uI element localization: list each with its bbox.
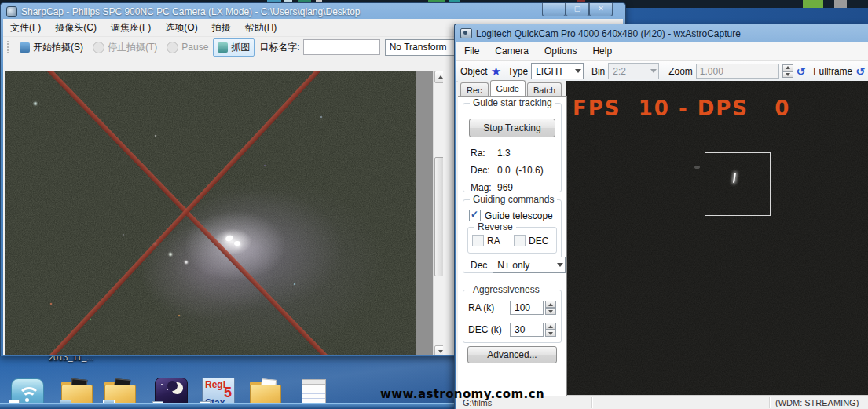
watermark: www.astronomy.com.cn bbox=[380, 387, 544, 401]
camera-preview[interactable] bbox=[5, 71, 416, 355]
commands-groupbox: Guiding commands Guide telescope Reverse… bbox=[463, 199, 562, 273]
sliver bbox=[834, 0, 847, 8]
sliver bbox=[803, 0, 823, 8]
ra-value: 1.3 bbox=[497, 148, 511, 159]
wxastro-toolbar: Object ★ Type LIGHT Bin 2:2 Zoom 1.000 ↺… bbox=[456, 61, 868, 82]
dec-mode-select[interactable]: N+ only bbox=[493, 257, 566, 273]
tab-batch[interactable]: Batch bbox=[527, 82, 562, 96]
menu-help[interactable]: Help bbox=[584, 42, 620, 60]
dec-mode-label: Dec bbox=[471, 260, 487, 271]
reverse-groupbox: Reverse RA DEC bbox=[467, 227, 557, 254]
mag-label: Mag: bbox=[471, 182, 492, 193]
zoom-reset-icon[interactable]: ↺ bbox=[797, 66, 806, 77]
target-name-input[interactable] bbox=[303, 39, 380, 55]
menu-camera[interactable]: Camera bbox=[487, 42, 537, 60]
tab-bar: Rec Guide Batch bbox=[460, 82, 562, 96]
tracking-groupbox: Guide star tracking Stop Tracking Ra: 1.… bbox=[463, 103, 562, 192]
scroll-down-icon[interactable] bbox=[434, 345, 443, 355]
object-star-button[interactable]: ★ bbox=[491, 66, 501, 77]
scroll-thumb[interactable] bbox=[434, 157, 443, 276]
menu-camera[interactable]: 摄像头(C) bbox=[48, 19, 104, 37]
pause-button[interactable]: Pause bbox=[162, 39, 213, 56]
scroll-up-icon[interactable] bbox=[434, 71, 443, 83]
type-label: Type bbox=[507, 66, 528, 77]
reverse-dec-label: DEC bbox=[529, 236, 548, 246]
advanced-button[interactable]: Advanced... bbox=[467, 346, 557, 363]
fullframe-label: Fullframe bbox=[813, 66, 852, 77]
screen: 2013_11_... ↗ ↗ Regi 5 Stax ↗ bbox=[0, 0, 868, 409]
sharpcap-title: SharpCap - Philips SPC 900NC PC Camera (… bbox=[21, 6, 361, 17]
stop-capture-button[interactable]: 停止拍摄(T) bbox=[88, 38, 162, 57]
status-driver: (WDM: STREAMING) bbox=[775, 398, 859, 407]
aggressiveness-groupbox: Aggressiveness RA (k) 100 DEC (k) 30 bbox=[463, 290, 562, 343]
dec-value: 0.0 (-10.6) bbox=[497, 165, 544, 176]
menu-options[interactable]: Options bbox=[537, 42, 584, 60]
snapshot-icon bbox=[218, 42, 228, 53]
menu-focuser[interactable]: 调焦座(F) bbox=[104, 19, 158, 37]
tab-rec[interactable]: Rec bbox=[460, 82, 489, 96]
stop-tracking-button[interactable]: Stop Tracking bbox=[469, 119, 555, 137]
reverse-dec-checkbox[interactable] bbox=[514, 235, 526, 246]
zoom-label: Zoom bbox=[668, 66, 693, 77]
bin-select[interactable]: 2:2 bbox=[608, 63, 659, 79]
sharpcap-titlebar[interactable]: SharpCap - Philips SPC 900NC PC Camera (… bbox=[6, 5, 551, 18]
wxastro-camera-view[interactable]: FPS 10 - DPS 0 bbox=[566, 81, 868, 396]
vertical-scrollbar[interactable] bbox=[433, 71, 443, 355]
guide-star-box[interactable] bbox=[705, 152, 771, 216]
pause-icon bbox=[167, 42, 178, 53]
zoom-input[interactable]: 1.000 bbox=[696, 64, 780, 79]
ra-k-label: RA (k) bbox=[468, 302, 510, 313]
start-capture-button[interactable]: 开始拍摄(S) bbox=[15, 38, 88, 57]
object-label: Object bbox=[460, 66, 488, 77]
menu-options[interactable]: 选项(O) bbox=[158, 19, 204, 37]
target-name-label: 目标名字: bbox=[259, 41, 299, 54]
guide-panel: Guide star tracking Stop Tracking Ra: 1.… bbox=[458, 96, 567, 396]
bin-label: Bin bbox=[591, 66, 605, 77]
ra-label: Ra: bbox=[471, 148, 485, 159]
maximize-button[interactable]: ▢ bbox=[566, 3, 589, 16]
snapshot-button[interactable]: 抓图 bbox=[213, 38, 255, 57]
close-button[interactable]: ✕ bbox=[589, 3, 613, 16]
dec-k-spinner[interactable] bbox=[545, 323, 556, 337]
start-capture-icon bbox=[20, 42, 30, 53]
ra-k-spinner[interactable] bbox=[545, 301, 556, 315]
dec-k-input[interactable]: 30 bbox=[510, 323, 544, 337]
toolbar-grip bbox=[7, 41, 13, 53]
zoom-spinner[interactable] bbox=[782, 64, 793, 78]
menu-capture[interactable]: 拍摄 bbox=[205, 19, 238, 37]
mag-value: 969 bbox=[497, 182, 513, 193]
ra-k-input[interactable]: 100 bbox=[510, 301, 544, 315]
reverse-ra-checkbox[interactable] bbox=[472, 235, 484, 246]
stars bbox=[5, 71, 6, 72]
menu-file[interactable]: 文件(F) bbox=[3, 19, 48, 37]
type-select[interactable]: LIGHT bbox=[531, 63, 584, 79]
tab-guide[interactable]: Guide bbox=[490, 80, 526, 96]
minimize-button[interactable]: – bbox=[542, 3, 566, 16]
dec-label: Dec: bbox=[471, 165, 490, 176]
sharpcap-app-icon bbox=[6, 6, 17, 17]
wxastro-title: Logitech QuickCam Pro 4000 640x480 (I420… bbox=[476, 28, 741, 39]
fps-overlay: FPS 10 - DPS 0 bbox=[573, 97, 790, 120]
menu-file[interactable]: File bbox=[456, 42, 487, 60]
stop-capture-icon bbox=[93, 42, 104, 53]
menu-help[interactable]: 帮助(H) bbox=[238, 19, 284, 37]
wxastro-window: Logitech QuickCam Pro 4000 640x480 (I420… bbox=[454, 24, 868, 409]
faint-star bbox=[694, 166, 700, 169]
reverse-ra-label: RA bbox=[487, 236, 500, 246]
bright-star bbox=[234, 241, 240, 246]
sharpcap-preview-area bbox=[5, 71, 443, 355]
guide-telescope-label: Guide telescope bbox=[485, 210, 553, 221]
wxastro-app-icon bbox=[460, 28, 472, 38]
dec-k-label: DEC (k) bbox=[468, 324, 510, 335]
guide-telescope-checkbox[interactable] bbox=[469, 210, 481, 221]
fullframe-reset-icon[interactable]: ↺ bbox=[855, 66, 865, 77]
nebula-image bbox=[5, 71, 416, 355]
wxastro-titlebar[interactable]: Logitech QuickCam Pro 4000 640x480 (I420… bbox=[460, 27, 863, 39]
wxastro-menubar: File Camera Options Help bbox=[456, 42, 868, 61]
